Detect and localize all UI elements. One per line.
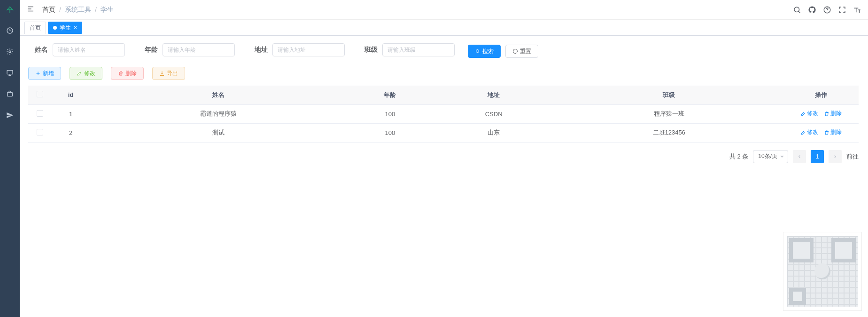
checkbox-row[interactable] <box>37 129 43 135</box>
action-row: 新增 修改 删除 导出 <box>28 67 859 80</box>
table-row: 1 霸道的程序猿 100 CSDN 程序猿一班 修改 删除 <box>28 104 859 123</box>
search-button[interactable]: 搜索 <box>468 45 501 58</box>
nav-monitor[interactable] <box>0 62 20 83</box>
pagination: 共 2 条 10条/页 1 前往 <box>28 150 859 163</box>
breadcrumb-mid[interactable]: 系统工具 <box>65 6 91 14</box>
col-id: id <box>52 86 90 104</box>
svg-point-4 <box>794 7 799 12</box>
topbar: 首页 / 系统工具 / 学生 <box>20 0 868 20</box>
svg-point-6 <box>476 50 479 53</box>
reset-button[interactable]: 重置 <box>505 45 538 58</box>
breadcrumb-sep: / <box>95 6 97 14</box>
page-goto-label: 前往 <box>846 152 859 161</box>
cell-class: 二班123456 <box>555 123 783 142</box>
cell-id: 2 <box>52 123 90 142</box>
page-next[interactable] <box>829 150 842 163</box>
col-age: 年龄 <box>347 86 433 104</box>
edit-button[interactable]: 修改 <box>70 67 102 80</box>
topbar-right <box>793 6 861 14</box>
filter-name-label: 姓名 <box>28 46 53 54</box>
row-edit-button[interactable]: 修改 <box>800 110 818 118</box>
col-ops: 操作 <box>783 86 859 104</box>
table-row: 2 测试 100 山东 二班123456 修改 删除 <box>28 123 859 142</box>
svg-rect-3 <box>8 92 13 96</box>
cell-addr: 山东 <box>433 123 555 142</box>
nav-send[interactable] <box>0 104 20 126</box>
col-name: 姓名 <box>90 86 347 104</box>
svg-point-1 <box>9 51 11 53</box>
sidebar <box>0 0 20 317</box>
checkbox-all[interactable] <box>37 91 43 97</box>
row-delete-button[interactable]: 删除 <box>824 110 842 118</box>
logo <box>0 0 20 20</box>
github-icon[interactable] <box>808 6 816 14</box>
filter-age-input[interactable] <box>163 43 235 56</box>
filter-age-label: 年龄 <box>138 46 163 54</box>
filter-class-label: 班级 <box>358 46 382 54</box>
page-size-select[interactable]: 10条/页 <box>753 150 788 163</box>
close-icon[interactable]: × <box>74 25 77 31</box>
search-icon[interactable] <box>793 6 801 14</box>
help-icon[interactable] <box>823 6 831 14</box>
breadcrumb: 首页 / 系统工具 / 学生 <box>42 6 793 14</box>
filter-addr-label: 地址 <box>248 46 272 54</box>
breadcrumb-sep: / <box>59 6 61 14</box>
qr-code <box>783 232 861 310</box>
cell-id: 1 <box>52 104 90 123</box>
tab-home[interactable]: 首页 <box>24 22 46 34</box>
nav-tools[interactable] <box>0 83 20 104</box>
page-prev[interactable] <box>793 150 806 163</box>
font-size-icon[interactable] <box>853 6 861 14</box>
delete-button[interactable]: 删除 <box>111 67 144 80</box>
hamburger-icon[interactable] <box>26 5 35 15</box>
tabs: 首页 学生 × <box>20 20 868 36</box>
col-class: 班级 <box>555 86 783 104</box>
data-table: id 姓名 年龄 地址 班级 操作 1 霸道的程序猿 100 CSDN <box>28 86 859 143</box>
checkbox-row[interactable] <box>37 110 43 117</box>
filter-class-input[interactable] <box>382 43 455 56</box>
page-total: 共 2 条 <box>729 152 748 161</box>
nav-settings[interactable] <box>0 41 20 62</box>
col-addr: 地址 <box>433 86 555 104</box>
row-edit-button[interactable]: 修改 <box>800 128 818 136</box>
fullscreen-icon[interactable] <box>838 6 846 14</box>
cell-class: 程序猿一班 <box>555 104 783 123</box>
add-button[interactable]: 新增 <box>28 67 61 80</box>
breadcrumb-last: 学生 <box>101 6 114 14</box>
cell-name: 霸道的程序猿 <box>90 104 347 123</box>
nav-dashboard[interactable] <box>0 20 20 41</box>
svg-rect-2 <box>7 70 13 74</box>
filter-name-input[interactable] <box>53 43 125 56</box>
cell-name: 测试 <box>90 123 347 142</box>
tab-student[interactable]: 学生 × <box>48 22 82 34</box>
cell-age: 100 <box>347 123 433 142</box>
breadcrumb-home[interactable]: 首页 <box>42 6 55 14</box>
export-button[interactable]: 导出 <box>152 67 185 80</box>
row-delete-button[interactable]: 删除 <box>824 128 842 136</box>
filter-form: 姓名 年龄 地址 班级 搜索 <box>28 43 859 59</box>
active-dot-icon <box>53 26 57 30</box>
filter-addr-input[interactable] <box>272 43 345 56</box>
page-number[interactable]: 1 <box>811 150 824 163</box>
cell-addr: CSDN <box>433 104 555 123</box>
cell-age: 100 <box>347 104 433 123</box>
